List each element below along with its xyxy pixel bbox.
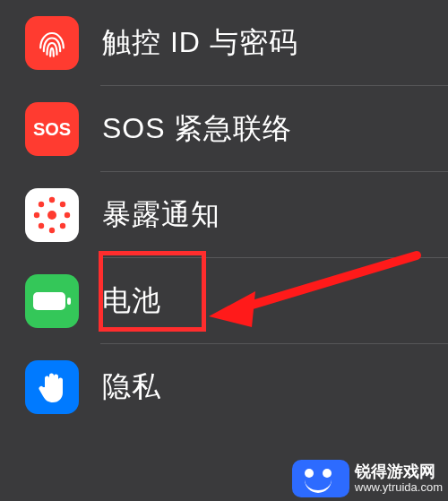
- settings-list: 触控 ID 与密码 SOS SOS 紧急联络 暴露通知: [0, 0, 448, 430]
- svg-point-1: [49, 197, 55, 203]
- sos-icon: SOS: [25, 102, 79, 156]
- svg-rect-9: [33, 292, 65, 310]
- row-label: 触控 ID 与密码: [102, 23, 298, 63]
- watermark: 锐得游戏网 www.ytruida.com: [292, 460, 443, 497]
- hand-icon: [25, 360, 79, 414]
- row-label: 电池: [102, 281, 161, 321]
- watermark-title: 锐得游戏网: [355, 463, 435, 481]
- settings-row-privacy[interactable]: 隐私: [0, 344, 448, 430]
- watermark-url: www.ytruida.com: [355, 481, 443, 494]
- svg-point-5: [39, 202, 44, 207]
- row-label: 暴露通知: [102, 195, 220, 235]
- settings-row-touchid[interactable]: 触控 ID 与密码: [0, 0, 448, 86]
- fingerprint-icon: [25, 16, 79, 70]
- svg-point-6: [60, 202, 65, 207]
- svg-point-0: [47, 211, 56, 220]
- settings-row-sos[interactable]: SOS SOS 紧急联络: [0, 86, 448, 172]
- settings-row-exposure[interactable]: 暴露通知: [0, 172, 448, 258]
- row-label: SOS 紧急联络: [102, 109, 292, 149]
- svg-rect-10: [67, 298, 71, 305]
- svg-point-7: [39, 223, 44, 229]
- exposure-icon: [25, 188, 79, 242]
- row-label: 隐私: [102, 367, 161, 407]
- svg-point-3: [34, 212, 39, 218]
- svg-point-4: [65, 212, 70, 218]
- battery-icon: [25, 274, 79, 328]
- watermark-logo-icon: [292, 460, 349, 497]
- svg-point-2: [49, 228, 55, 233]
- svg-point-8: [60, 223, 65, 229]
- settings-row-battery[interactable]: 电池: [0, 258, 448, 344]
